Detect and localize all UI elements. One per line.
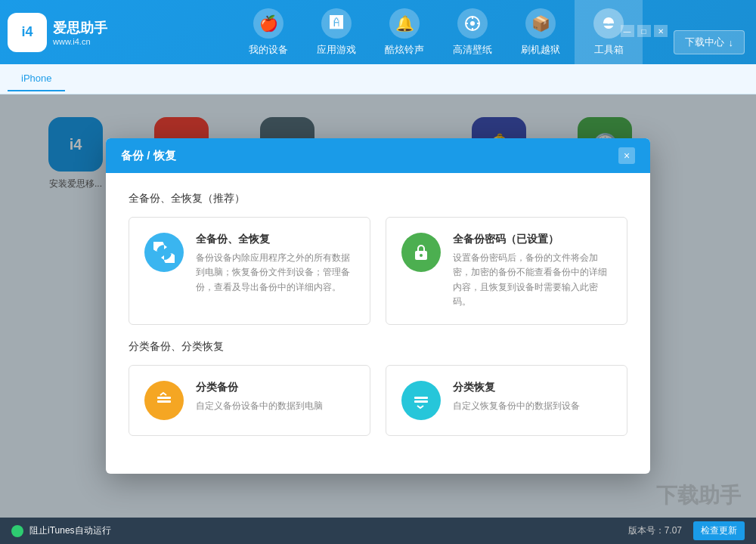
download-center-button[interactable]: 下载中心 ↓: [674, 30, 745, 54]
itunes-indicator-icon: [11, 525, 23, 537]
category-backup-desc: 自定义备份设备中的数据到电脑: [196, 399, 323, 413]
svg-point-6: [607, 21, 610, 24]
full-backup-icon: [144, 233, 184, 272]
apps-games-icon: 🅰: [321, 8, 352, 39]
modal-title: 备份 / 恢复: [121, 149, 176, 163]
version-label: 版本号：7.07: [628, 524, 682, 537]
wallpapers-icon: [457, 8, 488, 39]
full-backup-card[interactable]: 全备份、全恢复 备份设备内除应用程序之外的所有数据到电脑；恢复备份文件到设备；管…: [129, 217, 370, 325]
tab-iphone[interactable]: iPhone: [8, 66, 65, 91]
category-backup-title: 分类备份: [196, 381, 323, 394]
backup-restore-modal: 备份 / 恢复 × 全备份、全恢复（推荐）: [106, 138, 650, 474]
check-update-button[interactable]: 检查更新: [693, 521, 745, 540]
nav-jailbreak[interactable]: 📦 刷机越狱: [507, 0, 575, 64]
svg-rect-11: [414, 397, 428, 399]
status-left: 阻止iTunes自动运行: [11, 524, 111, 537]
toolbox-icon: [593, 8, 624, 39]
website-url: www.i4.cn: [53, 37, 107, 46]
maximize-button[interactable]: □: [637, 25, 651, 37]
category-restore-desc: 自定义恢复备份中的数据到设备: [453, 399, 580, 413]
svg-rect-10: [157, 400, 171, 403]
download-arrow-icon: ↓: [729, 37, 734, 48]
svg-rect-12: [414, 400, 428, 403]
nav-toolbox-label: 工具箱: [594, 43, 624, 57]
backup-password-card[interactable]: 全备份密码（已设置） 设置备份密码后，备份的文件将会加密，加密的备份不能查看备份…: [386, 217, 627, 325]
download-center-label: 下载中心: [685, 36, 724, 49]
main-content: i4 安装爱思移... ▶ 视频转换 SSH 打开 SSH 运... 🔔 铃声制…: [0, 94, 756, 518]
my-device-icon: 🍎: [253, 8, 284, 39]
nav-ringtones-label: 酷炫铃声: [385, 43, 424, 57]
nav-wallpapers[interactable]: 高清壁纸: [438, 0, 507, 64]
status-bar: 阻止iTunes自动运行 版本号：7.07 检查更新: [0, 518, 756, 544]
backup-password-title: 全备份密码（已设置）: [453, 233, 612, 246]
full-backup-desc: 备份设备内除应用程序之外的所有数据到电脑；恢复备份文件到设备；管理备份，查看及导…: [196, 251, 355, 295]
modal-body: 全备份、全恢复（推荐） 全备份、全恢: [106, 173, 650, 474]
ringtones-icon: 🔔: [389, 8, 420, 39]
version-number: 7.07: [665, 525, 682, 536]
app-logo-icon: i4: [8, 13, 47, 52]
svg-point-1: [470, 21, 475, 26]
modal-overlay: 备份 / 恢复 × 全备份、全恢复（推荐）: [0, 94, 756, 518]
category-backup-card[interactable]: 分类备份 自定义备份设备中的数据到电脑: [129, 365, 370, 436]
category-restore-icon: [401, 381, 441, 420]
top-cards-row: 全备份、全恢复 备份设备内除应用程序之外的所有数据到电脑；恢复备份文件到设备；管…: [129, 217, 627, 325]
nav-my-device[interactable]: 🍎 我的设备: [234, 0, 302, 64]
nav-my-device-label: 我的设备: [249, 43, 288, 57]
nav-apps-label: 应用游戏: [317, 43, 356, 57]
tab-iphone-label: iPhone: [21, 73, 51, 84]
modal-header: 备份 / 恢复 ×: [106, 138, 650, 173]
minimize-button[interactable]: —: [621, 25, 634, 37]
category-restore-card[interactable]: 分类恢复 自定义恢复备份中的数据到设备: [386, 365, 627, 436]
jailbreak-icon: 📦: [525, 8, 556, 39]
window-controls: — □ ✕: [621, 25, 668, 37]
top-bar: i4 爱思助手 www.i4.cn 🍎 我的设备 🅰 应用游戏 🔔 酷炫铃声: [0, 0, 756, 64]
nav-apps-games[interactable]: 🅰 应用游戏: [302, 0, 370, 64]
nav-jailbreak-label: 刷机越狱: [521, 43, 560, 57]
backup-password-desc: 设置备份密码后，备份的文件将会加密，加密的备份不能查看备份中的详细内容，且恢复到…: [453, 251, 612, 309]
backup-password-icon: [401, 233, 441, 272]
modal-close-button[interactable]: ×: [618, 147, 635, 164]
svg-rect-9: [157, 397, 171, 399]
svg-point-8: [420, 254, 423, 257]
nav-wallpapers-label: 高清壁纸: [453, 43, 492, 57]
status-right: 版本号：7.07 检查更新: [628, 521, 745, 540]
category-restore-title: 分类恢复: [453, 381, 580, 394]
bottom-cards-row: 分类备份 自定义备份设备中的数据到电脑: [129, 365, 627, 436]
category-backup-icon: [144, 381, 184, 420]
logo-area: i4 爱思助手 www.i4.cn: [8, 13, 129, 52]
brand-name: 爱思助手: [53, 19, 107, 37]
tab-bar: iPhone: [0, 64, 756, 94]
top-right-area: — □ ✕ 下载中心 ↓: [621, 8, 745, 54]
category-section-title: 分类备份、分类恢复: [129, 340, 627, 354]
nav-ringtones[interactable]: 🔔 酷炫铃声: [370, 0, 438, 64]
close-window-button[interactable]: ✕: [654, 25, 668, 37]
full-backup-title: 全备份、全恢复: [196, 233, 355, 246]
recommended-section-title: 全备份、全恢复（推荐）: [129, 192, 627, 206]
itunes-label: 阻止iTunes自动运行: [29, 524, 111, 537]
